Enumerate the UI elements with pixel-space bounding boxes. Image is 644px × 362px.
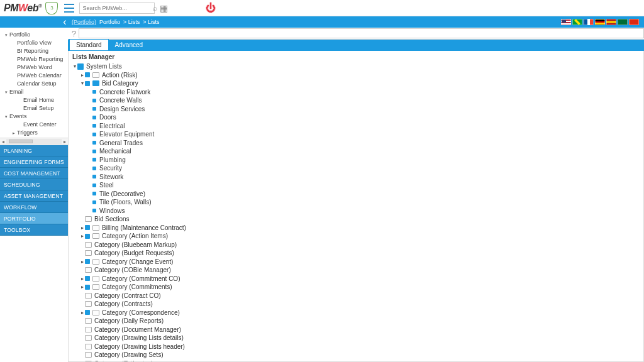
breadcrumb-bar: ‹ (Portfolio) Portfolio > Lists > Lists [0, 16, 644, 28]
list-node[interactable]: Category (Drawing Lists details) [69, 334, 643, 343]
list-node[interactable]: Category (Drawing Sets) [69, 351, 643, 359]
list-node[interactable]: Billing (Maintenance Contract) [69, 224, 643, 233]
module-scheduling[interactable]: SCHEDULING [0, 179, 68, 190]
sidebar-item[interactable]: PMWeb Calendar [3, 71, 67, 79]
sidebar-item[interactable]: Event Center [3, 120, 67, 128]
list-node[interactable]: Category (Change Event) [69, 258, 643, 266]
scroll-thumb[interactable] [9, 140, 33, 143]
search-input[interactable] [82, 5, 153, 11]
list-node[interactable]: Category (Contract CO) [69, 292, 643, 300]
list-node[interactable]: Category (Estimates) [69, 359, 643, 363]
module-cost-management[interactable]: COST MANAGEMENT [0, 168, 68, 179]
search-icon[interactable]: ⌕ [153, 4, 157, 13]
list-leaf[interactable]: Design Services [69, 105, 643, 114]
caret-icon[interactable] [80, 225, 85, 231]
caret-icon[interactable] [72, 63, 77, 69]
flag-us-icon[interactable] [561, 19, 571, 25]
module-toolbox[interactable]: TOOLBOX [0, 224, 68, 236]
logo-text-left: PM [4, 3, 18, 13]
list-node[interactable]: Category (Drawing Lists header) [69, 343, 643, 351]
node-label: General Trades [99, 140, 143, 146]
flag-sa-icon[interactable] [618, 19, 628, 25]
sidebar-item[interactable]: Email Home [3, 96, 67, 104]
list-node[interactable]: Category (Commitments) [69, 283, 643, 292]
query-input[interactable] [79, 28, 644, 38]
sidebar-item[interactable]: BI Reporting [3, 47, 67, 55]
tab-advanced[interactable]: Advanced [109, 39, 149, 50]
list-node[interactable]: Action (Risk) [69, 71, 643, 80]
sidebar: ▾PortfolioPortfolio ViewBI ReportingPMWe… [0, 28, 68, 362]
hamburger-icon[interactable] [64, 4, 74, 13]
list-leaf[interactable]: Steel [69, 181, 643, 190]
sidebar-item[interactable]: PMWeb Reporting [3, 55, 67, 63]
list-leaf[interactable]: Concrete Flatwork [69, 88, 643, 97]
list-leaf[interactable]: Elevator Equipment [69, 130, 643, 139]
sidebar-item[interactable]: Calendar Setup [3, 79, 67, 87]
sidebar-item[interactable]: Email Setup [3, 104, 67, 112]
node-label: Electrical [99, 123, 125, 129]
caret-icon[interactable] [80, 310, 85, 315]
list-node[interactable]: Category (Document Manager) [69, 326, 643, 334]
caret-icon[interactable] [80, 276, 85, 282]
module-engineering-forms[interactable]: ENGINEERING FORMS [0, 156, 68, 168]
list-node[interactable]: Category (Correspondence) [69, 309, 643, 317]
list-leaf[interactable]: Mechanical [69, 147, 643, 156]
list-node[interactable]: Category (Contracts) [69, 300, 643, 309]
list-leaf[interactable]: General Trades [69, 139, 643, 148]
scroll-right-icon[interactable]: ▸ [62, 139, 68, 145]
module-asset-management[interactable]: ASSET MANAGEMENT [0, 190, 68, 202]
module-portfolio[interactable]: PORTFOLIO [0, 213, 68, 224]
tab-standard[interactable]: Standard [69, 39, 109, 50]
list-leaf[interactable]: Sitework [69, 173, 643, 182]
scroll-left-icon[interactable]: ◂ [0, 139, 6, 145]
shield-icon[interactable]: 3 [45, 2, 58, 14]
list-leaf[interactable]: Tile (Decorative) [69, 190, 643, 199]
caret-icon[interactable] [80, 80, 85, 86]
list-node[interactable]: Category (Daily Reports) [69, 317, 643, 326]
calendar-icon[interactable]: ▦ [160, 3, 168, 13]
sidebar-item[interactable]: ▸Triggers [3, 128, 67, 136]
node-label: Category (Budget Requests) [94, 250, 174, 256]
caret-icon[interactable] [80, 259, 85, 265]
scroll-track[interactable] [6, 139, 62, 144]
list-node[interactable]: Category (Action Items) [69, 232, 643, 241]
breadcrumb-root-link[interactable]: (Portfolio) [72, 19, 96, 25]
list-leaf[interactable]: Tile (Floors, Walls) [69, 198, 643, 207]
caret-icon[interactable] [80, 284, 85, 290]
sidebar-scroll[interactable]: ◂ ▸ [0, 138, 68, 145]
list-leaf[interactable]: Doors [69, 113, 643, 122]
list-node[interactable]: Category (Bluebeam Markup) [69, 241, 643, 250]
list-node[interactable]: System Lists [69, 62, 643, 71]
list-node[interactable]: Category (Budget Requests) [69, 249, 643, 258]
sidebar-item[interactable]: PMWeb Word [3, 63, 67, 71]
flag-br-icon[interactable] [572, 19, 582, 25]
caret-icon[interactable] [80, 233, 85, 239]
caret-icon[interactable] [80, 72, 85, 78]
flag-de-icon[interactable] [595, 19, 605, 25]
leaf-icon [92, 175, 96, 178]
list-node[interactable]: Bid Sections [69, 215, 643, 224]
sidebar-item[interactable]: ▾Email [3, 87, 67, 96]
flag-cn-icon[interactable] [629, 19, 639, 25]
node-label: Concrete Flatwork [99, 89, 150, 96]
flag-es-icon[interactable] [606, 19, 616, 25]
power-icon[interactable]: ⏻ [206, 3, 216, 14]
back-chevron-icon[interactable]: ‹ [60, 16, 69, 28]
flag-fr-icon[interactable] [584, 19, 594, 25]
list-node[interactable]: Category (COBie Manager) [69, 266, 643, 275]
sidebar-item[interactable]: ▾Portfolio [3, 30, 67, 38]
folder-icon [85, 267, 92, 273]
sidebar-item[interactable]: Portfolio View [3, 38, 67, 47]
list-leaf[interactable]: Plumbing [69, 156, 643, 165]
list-leaf[interactable]: Electrical [69, 122, 643, 131]
module-workflow[interactable]: WORKFLOW [0, 202, 68, 213]
list-leaf[interactable]: Security [69, 164, 643, 173]
sidebar-item[interactable]: ▾Events [3, 112, 67, 120]
module-planning[interactable]: PLANNING [0, 145, 68, 156]
list-leaf[interactable]: Windows [69, 207, 643, 216]
list-node[interactable]: Bid Category [69, 79, 643, 88]
help-icon[interactable]: ? [69, 29, 79, 38]
list-node[interactable]: Category (Commitment CO) [69, 275, 643, 283]
list-leaf[interactable]: Concrete Walls [69, 96, 643, 105]
leaf-icon [92, 209, 96, 212]
